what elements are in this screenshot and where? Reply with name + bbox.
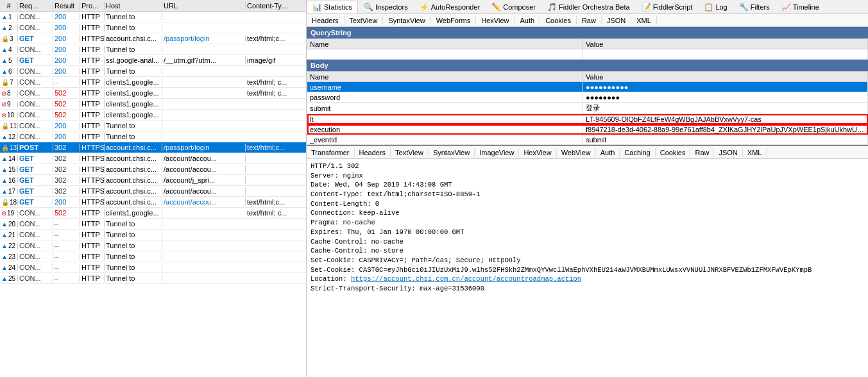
- rtab-imageview[interactable]: ImageView: [475, 148, 519, 157]
- timeline-icon: 📈: [781, 3, 791, 12]
- table-row[interactable]: ▲ 5 GET 200 HTTP ssl.google-anal... /__u…: [0, 55, 306, 66]
- rtab-syntaxview[interactable]: SyntaxView: [429, 148, 475, 157]
- tab-log[interactable]: 📋 Log: [698, 1, 733, 13]
- cell-num: ▲ 6: [0, 68, 18, 75]
- cell-proto: HTTP: [80, 220, 105, 228]
- table-row[interactable]: ▲ 17 GET 302 HTTPS account.chsi.c... /ac…: [0, 186, 306, 197]
- table-row[interactable]: 🔒 3 GET 200 HTTPS account.chsi.c... /pas…: [0, 33, 306, 44]
- filters-icon: 🔧: [739, 3, 749, 12]
- table-row[interactable]: ⊘ 10 CON... 502 HTTP clients1.google...: [0, 110, 306, 121]
- table-row[interactable]: ▲ 16 GET 302 HTTPS account.chsi.c... /ac…: [0, 175, 306, 186]
- body-row[interactable]: username●●●●●●●●●●: [307, 82, 868, 92]
- tab-composer[interactable]: ✏️ Composer: [486, 1, 541, 13]
- rtab-xml[interactable]: XML: [743, 148, 767, 157]
- table-row[interactable]: ▲ 1 CON... 200 HTTP Tunnel to: [0, 12, 306, 22]
- qs-col-name: Name: [307, 39, 583, 49]
- table-row[interactable]: 🔒 18 GET 200 HTTPS account.chsi.c... /ac…: [0, 197, 306, 208]
- subtab-json[interactable]: JSON: [602, 16, 631, 25]
- cell-url: /passport/login: [162, 35, 246, 42]
- cell-result: 502: [53, 111, 80, 119]
- rtab-hexview[interactable]: HexView: [519, 148, 556, 157]
- cell-url: /account/accou...: [162, 187, 246, 195]
- cell-method: CON...: [18, 264, 53, 271]
- cell-host: account.chsi.c...: [105, 35, 162, 42]
- body-col-name: Name: [307, 72, 583, 82]
- cell-proto: HTTPS: [80, 35, 105, 42]
- row-num: 14: [8, 155, 15, 162]
- rtab-json[interactable]: JSON: [714, 148, 742, 157]
- cell-num: 🔒 13: [0, 144, 18, 151]
- body-row[interactable]: ltLT-945609-OlQbFZ4LfFeW4gWBgJAJAbBVxwVy…: [307, 114, 868, 124]
- body-row[interactable]: submit登录: [307, 103, 868, 114]
- response-link[interactable]: https://account.chsi.com.cn/account/acco…: [351, 275, 581, 283]
- table-row[interactable]: 🔒 11 CON... 200 HTTP Tunnel to: [0, 121, 306, 131]
- body-row[interactable]: _eventIdsubmit: [307, 135, 868, 145]
- rtab-headers[interactable]: Headers: [355, 148, 391, 157]
- row-icon: ▲: [1, 24, 8, 31]
- table-row[interactable]: ▲ 25 CON... – HTTP Tunnel to: [0, 273, 306, 284]
- right-panel: 📊 Statistics 🔍 Inspectors ⚡ AutoResponde…: [307, 0, 868, 377]
- rtab-webview[interactable]: WebView: [557, 148, 596, 157]
- tab-autoresponder[interactable]: ⚡ AutoResponder: [414, 1, 486, 13]
- tab-timeline[interactable]: 📈 Timeline: [776, 1, 825, 13]
- table-row[interactable]: ⊘ 9 CON... 502 HTTP clients1.google...: [0, 99, 306, 110]
- tab-fiddler-orchestra[interactable]: 🎵 Fiddler Orchestra Beta: [541, 1, 636, 13]
- rtab-caching[interactable]: Caching: [620, 148, 655, 157]
- body-cell-name: _eventId: [307, 135, 583, 145]
- table-row[interactable]: ▲ 21 CON... – HTTP Tunnel to: [0, 230, 306, 240]
- cell-content: text/html; c...: [246, 89, 291, 97]
- cell-result: 200: [53, 24, 80, 31]
- cell-proto: HTTP: [80, 67, 105, 75]
- cell-host: clients1.google...: [105, 89, 162, 97]
- cell-result: 200: [53, 46, 80, 53]
- row-num: 11: [10, 122, 17, 130]
- subtab-headers[interactable]: Headers: [307, 16, 345, 25]
- tab-fiddlerscript[interactable]: 📝 FiddlerScript: [636, 1, 699, 13]
- rtab-raw[interactable]: Raw: [690, 148, 714, 157]
- cell-proto: HTTP: [80, 209, 105, 217]
- table-row[interactable]: ▲ 2 CON... 200 HTTP Tunnel to: [0, 22, 306, 33]
- subtab-cookies[interactable]: Cookies: [540, 16, 577, 25]
- table-row[interactable]: ⊘ 8 CON... 502 HTTP clients1.google... t…: [0, 88, 306, 99]
- body-cell-name: password: [307, 92, 583, 103]
- subtab-syntaxview[interactable]: SyntaxView: [383, 16, 430, 25]
- cell-proto: HTTP: [80, 56, 105, 64]
- row-num: 17: [8, 188, 15, 195]
- response-line: Pragma: no-cache: [311, 218, 864, 228]
- rtab-cookies[interactable]: Cookies: [656, 148, 691, 157]
- subtab-webforms[interactable]: WebForms: [431, 16, 477, 25]
- rtab-textview[interactable]: TextView: [391, 148, 429, 157]
- subtab-textview[interactable]: TextView: [345, 16, 384, 25]
- rtab-auth[interactable]: Auth: [596, 148, 620, 157]
- cell-num: 🔒 18: [0, 199, 18, 206]
- subtab-hexview[interactable]: HexView: [476, 16, 515, 25]
- subtab-xml[interactable]: XML: [631, 16, 657, 25]
- cell-result: –: [53, 220, 80, 228]
- tab-statistics[interactable]: 📊 Statistics: [307, 1, 358, 13]
- table-row[interactable]: 🔒 7 CON... – HTTP clients1.google... tex…: [0, 77, 306, 88]
- tab-filters[interactable]: 🔧 Filters: [733, 1, 776, 13]
- table-row[interactable]: ▲ 20 CON... – HTTP Tunnel to: [0, 219, 306, 230]
- subtab-auth[interactable]: Auth: [515, 16, 541, 25]
- table-row[interactable]: 🔒 13 POST 302 HTTPS account.chsi.c... /p…: [0, 142, 306, 153]
- table-row[interactable]: ▲ 22 CON... – HTTP Tunnel to: [0, 240, 306, 251]
- table-row[interactable]: ▲ 23 CON... – HTTP Tunnel to: [0, 251, 306, 262]
- table-row[interactable]: ▲ 24 CON... – HTTP Tunnel to: [0, 262, 306, 273]
- response-line: Cache-Control: no-cache: [311, 237, 864, 247]
- table-row[interactable]: ▲ 6 CON... 200 HTTP Tunnel to: [0, 66, 306, 77]
- cell-result: 302: [53, 155, 80, 162]
- rtab-transformer[interactable]: Transformer: [307, 148, 355, 157]
- table-row[interactable]: ▲ 12 CON... 200 HTTP Tunnel to: [0, 131, 306, 142]
- row-num: 9: [7, 101, 11, 108]
- cell-num: ⊘ 19: [0, 210, 18, 217]
- body-row[interactable]: password●●●●●●●●: [307, 92, 868, 103]
- cell-host: account.chsi.c...: [105, 144, 162, 151]
- table-row[interactable]: ⊘ 19 CON... 502 HTTP clients1.google... …: [0, 208, 306, 219]
- cell-num: ▲ 15: [0, 166, 18, 173]
- tab-inspectors[interactable]: 🔍 Inspectors: [358, 1, 414, 13]
- table-row[interactable]: ▲ 14 GET 302 HTTPS account.chsi.c... /ac…: [0, 153, 306, 164]
- subtab-raw[interactable]: Raw: [577, 16, 602, 25]
- table-row[interactable]: ▲ 4 CON... 200 HTTP Tunnel to: [0, 44, 306, 55]
- table-row[interactable]: ▲ 15 GET 302 HTTPS account.chsi.c... /ac…: [0, 164, 306, 175]
- body-row[interactable]: executionf8947218-de3d-4062-88a9-99e761a…: [307, 124, 868, 135]
